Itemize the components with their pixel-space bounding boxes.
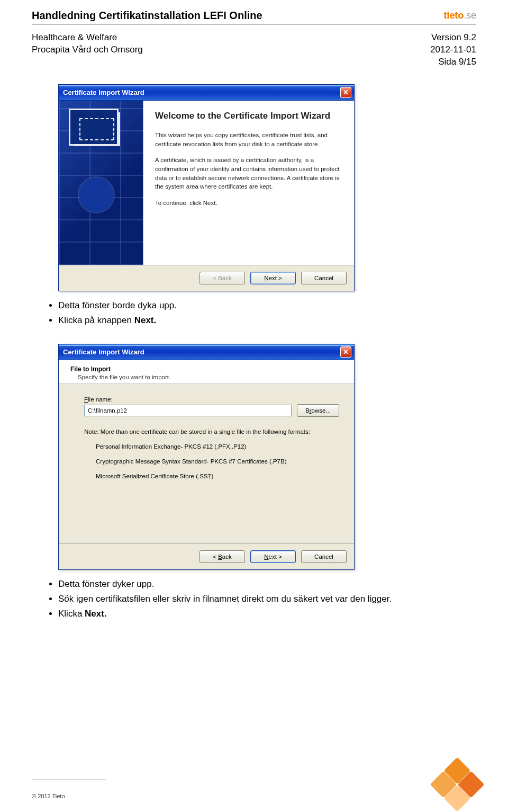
- logo-tld: .se: [464, 10, 476, 21]
- cancel-button[interactable]: Cancel: [301, 550, 347, 563]
- sub-header-left: Healthcare & Welfare Procapita Vård och …: [32, 32, 143, 68]
- wizard1-p2: A certificate, which is issued by a cert…: [155, 156, 342, 191]
- bullets-after-wizard2: Detta fönster dyker upp. Sök igen certif…: [58, 577, 476, 621]
- wizard1-window: Certificate Import Wizard ✕ Welcome to t…: [58, 84, 355, 291]
- file-row: Browse...: [84, 404, 339, 417]
- note-text: Note: More than one certificate can be s…: [84, 429, 339, 435]
- close-icon[interactable]: ✕: [340, 87, 351, 98]
- bullet: Klicka på knappen Next.: [58, 314, 476, 327]
- format-item: Personal Information Exchange- PKCS #12 …: [96, 443, 339, 450]
- cancel-button[interactable]: Cancel: [301, 272, 347, 284]
- bullets-after-wizard1: Detta fönster borde dyka upp. Klicka på …: [58, 299, 476, 328]
- wizard1-side-graphic: [59, 101, 143, 265]
- wizard1-footer: < Back Next > Cancel: [59, 265, 354, 291]
- file-name-input[interactable]: [84, 405, 292, 416]
- next-button[interactable]: Next >: [250, 550, 296, 563]
- wizard1-content: Welcome to the Certificate Import Wizard…: [143, 101, 354, 265]
- sub-header-right: Version 9.2 2012-11-01 Sida 9/15: [430, 32, 476, 68]
- wizard2-footer: < Back Next > Cancel: [59, 543, 354, 569]
- tieto-boxes-icon: [413, 746, 476, 799]
- copyright: © 2012 Tieto: [32, 793, 65, 799]
- sub-header: Healthcare & Welfare Procapita Vård och …: [32, 32, 476, 68]
- wizard1-body: Welcome to the Certificate Import Wizard…: [59, 101, 354, 265]
- browse-button[interactable]: Browse...: [297, 404, 339, 417]
- wizard2-header: File to Import Specify the file you want…: [59, 360, 354, 383]
- wizard1-heading: Welcome to the Certificate Import Wizard: [155, 110, 342, 121]
- logo: tieto.se: [444, 10, 476, 21]
- format-list: Personal Information Exchange- PKCS #12 …: [96, 443, 339, 479]
- page-title: Handledning Certifikatinstallation LEFI …: [32, 10, 262, 22]
- dept-line: Healthcare & Welfare: [32, 32, 143, 44]
- back-button[interactable]: < Back: [199, 550, 245, 563]
- logo-main: tieto: [444, 10, 464, 21]
- back-button: < Back: [199, 272, 245, 284]
- file-name-label: File name:: [84, 396, 339, 403]
- wizard1-title: Certificate Import Wizard: [63, 88, 144, 96]
- bullet: Detta fönster borde dyka upp.: [58, 299, 476, 313]
- format-item: Microsoft Serialized Certificate Store (…: [96, 473, 339, 479]
- wizard2-window: Certificate Import Wizard ✕ File to Impo…: [58, 344, 355, 570]
- date-line: 2012-11-01: [430, 44, 476, 56]
- header-rule: [32, 24, 476, 24]
- version-line: Version 9.2: [430, 32, 476, 44]
- product-line: Procapita Vård och Omsorg: [32, 44, 143, 56]
- side-circle-graphic: [79, 177, 114, 212]
- page-number: Sida 9/15: [430, 56, 476, 68]
- wizard2-content: File name: Browse... Note: More than one…: [59, 385, 354, 543]
- format-item: Cryptographic Message Syntax Standard- P…: [96, 458, 339, 465]
- wizard1-p1: This wizard helps you copy certificates,…: [155, 131, 342, 148]
- certificate-icon: [74, 112, 120, 146]
- wizard2-heading: File to Import: [70, 365, 342, 373]
- bullet: Detta fönster dyker upp.: [58, 577, 476, 591]
- close-icon[interactable]: ✕: [340, 346, 351, 358]
- wizard1-titlebar[interactable]: Certificate Import Wizard ✕: [59, 85, 354, 101]
- next-button[interactable]: Next >: [250, 272, 296, 284]
- wizard2-titlebar[interactable]: Certificate Import Wizard ✕: [59, 344, 354, 360]
- page-header: Handledning Certifikatinstallation LEFI …: [32, 10, 476, 22]
- bullet: Sök igen certifikatsfilen eller skriv in…: [58, 592, 476, 606]
- wizard2-subheading: Specify the file you want to import.: [78, 374, 342, 380]
- wizard1-p3: To continue, click Next.: [155, 199, 342, 208]
- bullet: Klicka Next.: [58, 607, 476, 621]
- page-footer: © 2012 Tieto: [32, 746, 476, 799]
- wizard2-title: Certificate Import Wizard: [63, 348, 144, 356]
